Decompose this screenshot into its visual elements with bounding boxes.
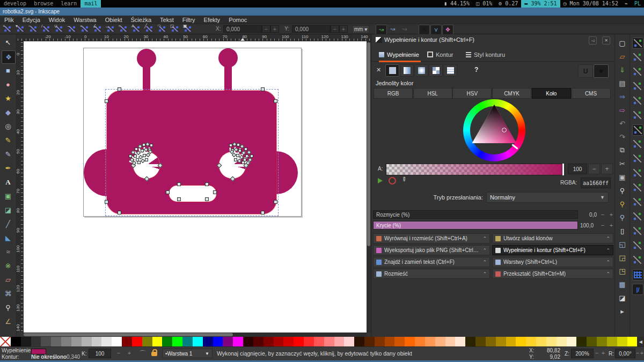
y-increment-button[interactable]: + (339, 25, 348, 33)
corner-node-button[interactable]: ∠ (92, 25, 103, 33)
object-opacity-increment[interactable]: + (125, 350, 134, 356)
rotation-input[interactable]: 0,00° (615, 349, 635, 358)
color-mode-cms[interactable]: CMS (572, 88, 611, 99)
robot-mouth[interactable] (169, 186, 216, 202)
palette-swatch[interactable] (526, 337, 536, 346)
x-decrement-button[interactable]: − (262, 25, 270, 33)
measure-tool[interactable]: ∠ (2, 315, 14, 328)
paste-icon[interactable]: ▣ (617, 172, 628, 182)
palette-swatch[interactable] (557, 337, 567, 346)
palette-swatch[interactable] (152, 337, 163, 346)
palette-swatch[interactable] (172, 337, 182, 346)
export-icon[interactable]: ⇨ (617, 105, 628, 115)
robot-antenna-right-ball[interactable] (218, 48, 238, 68)
robot-antenna-left-ball[interactable] (137, 49, 156, 68)
palette-swatch[interactable] (31, 337, 41, 346)
import-icon[interactable]: ⇒ (617, 91, 628, 102)
menu-tekst[interactable]: Tekst (156, 17, 178, 23)
palette-swatch[interactable] (132, 337, 142, 346)
linear-gradient-button[interactable] (400, 64, 414, 77)
zoom-tool[interactable]: ⚲ (2, 301, 14, 314)
menu-ścieżka[interactable]: Ścieżka (127, 17, 156, 23)
color-history-icon[interactable]: U (578, 64, 593, 78)
palette-swatch[interactable] (465, 337, 475, 346)
path-node-handle[interactable] (229, 144, 232, 147)
diagram-connector-tool[interactable]: ▣ (2, 190, 14, 202)
blur-slider[interactable]: Rozmycie (%) (373, 210, 578, 219)
path-node-handle[interactable] (105, 200, 108, 204)
show-bezier-handles-icon[interactable]: ✕ (419, 25, 430, 35)
object-opacity-input[interactable]: 100 (89, 349, 111, 358)
collapse-chevron-icon[interactable]: ⌃ (482, 248, 487, 253)
delete-node-button[interactable]: − (28, 25, 39, 33)
vertical-scrollbar[interactable] (367, 41, 371, 333)
x-coordinate-input[interactable]: 0,000 (223, 25, 262, 33)
path-node-handle[interactable] (205, 182, 209, 186)
snap-bbox-icon[interactable] (632, 52, 642, 62)
fill-stroke-dialog-icon[interactable]: ◪ (617, 292, 628, 303)
dialog-close-button[interactable]: ✕ (602, 36, 610, 45)
palette-swatch[interactable] (233, 337, 243, 346)
color-mode-rgb[interactable]: RGB (374, 88, 413, 99)
color-picker-icon[interactable]: ✎ (400, 175, 408, 184)
palette-swatch[interactable] (243, 337, 253, 346)
show-mask-handles-icon[interactable]: ↝ (387, 25, 398, 34)
collapse-chevron-icon[interactable]: ⌃ (482, 271, 487, 277)
selector-tool[interactable]: ↖ (2, 36, 14, 49)
show-outline-icon[interactable]: ⋎ (430, 25, 442, 35)
open-document-icon[interactable]: ▱ (617, 51, 628, 62)
palette-swatch[interactable] (627, 337, 638, 346)
palette-swatch[interactable] (546, 337, 557, 346)
zoom-increment[interactable]: + (600, 350, 606, 356)
unknown-paint-icon[interactable]: ? (474, 66, 478, 73)
rotation-increment[interactable]: + (640, 350, 644, 356)
path-node-handle[interactable] (241, 161, 245, 164)
palette-swatch[interactable] (283, 337, 294, 346)
path-node-handle[interactable] (177, 197, 181, 201)
dock-header-layers[interactable]: Warstwy (Shift+Ctrl+L)⌃ (492, 257, 613, 267)
alpha-decrement-button[interactable]: − (588, 164, 600, 174)
palette-swatch[interactable] (375, 337, 385, 346)
snap-object-centers-icon[interactable] (632, 211, 642, 221)
node-tool[interactable]: ❖ (2, 50, 16, 64)
palette-swatch[interactable] (122, 337, 132, 346)
palette-swatch[interactable] (294, 337, 304, 346)
collapse-chevron-icon[interactable]: ⌃ (482, 236, 487, 241)
menu-efekty[interactable]: Efekty (200, 17, 225, 23)
tab-fill[interactable]: Wypełnienie (379, 48, 421, 62)
join-node-button[interactable]: ∪ (54, 25, 64, 33)
dialog-iconify-button[interactable]: ◅ (589, 36, 597, 45)
robot-antenna-right-stem[interactable] (224, 64, 232, 92)
snap-midpoints-icon[interactable] (632, 197, 642, 207)
palette-swatch[interactable] (142, 337, 152, 346)
palette-swatch[interactable] (71, 337, 82, 346)
palette-swatch[interactable] (607, 337, 617, 346)
window-titlebar[interactable]: robotka2.svg - Inkscape (0, 8, 644, 16)
workspace-tab-develop[interactable]: develop (0, 0, 30, 8)
palette-swatch[interactable] (213, 337, 223, 346)
palette-swatch[interactable] (344, 337, 354, 346)
menu-pomoc[interactable]: Pomoc (224, 17, 251, 23)
pattern-button[interactable] (429, 64, 443, 77)
snap-bbox-corners-icon[interactable] (632, 81, 642, 91)
spiral-tool[interactable]: ◎ (2, 120, 14, 132)
path-node-handle[interactable] (166, 190, 170, 194)
layer-lock-icon[interactable] (151, 352, 157, 356)
canvas[interactable] (24, 41, 367, 333)
insert-node-button[interactable]: + (2, 25, 13, 33)
path-node-handle[interactable] (150, 144, 153, 147)
object-opacity-decrement[interactable]: − (114, 350, 123, 356)
palette-swatch[interactable] (576, 337, 587, 346)
path-node-handle[interactable] (274, 99, 277, 103)
ellipse-tool[interactable]: ● (2, 78, 14, 91)
color-mode-koło[interactable]: Koło (532, 88, 571, 99)
spray-tool[interactable]: ※ (2, 260, 14, 272)
save-icon[interactable]: ⇓ (617, 64, 628, 75)
zoom-selection-icon[interactable]: ⚲ (617, 185, 628, 196)
cut-icon[interactable]: ✂ (617, 158, 628, 169)
object-to-path-button[interactable]: ▢ (170, 25, 180, 33)
commandbar-overflow-icon[interactable]: ▸ (617, 306, 628, 316)
palette-swatch[interactable] (415, 337, 425, 346)
palette-swatch[interactable] (405, 337, 415, 346)
tab-stroke-style[interactable]: Styl konturu (466, 48, 517, 61)
